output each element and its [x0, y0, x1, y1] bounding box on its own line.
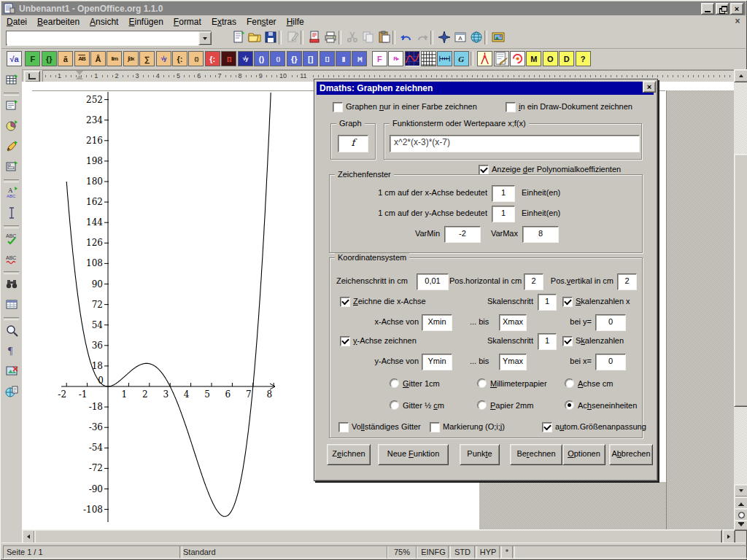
copy-button[interactable] — [360, 30, 376, 46]
pos-vertikal-field[interactable]: 2 — [617, 273, 637, 290]
dm-d-icon[interactable]: D — [559, 51, 574, 66]
dm-sum-icon[interactable]: ∑ — [139, 51, 155, 66]
zoom-button[interactable] — [3, 322, 20, 340]
hyperlink-button[interactable] — [468, 30, 484, 46]
data-sources-button[interactable] — [3, 297, 20, 314]
dm-compass-icon[interactable] — [477, 51, 492, 66]
checkbox-skalenzahlen-y[interactable] — [562, 336, 573, 346]
tab-type-button[interactable] — [24, 71, 40, 82]
zeichnen-button[interactable]: Zeichnen — [327, 444, 371, 465]
neue-funktion-button[interactable]: Neue Funktion — [378, 444, 449, 465]
save-button[interactable] — [263, 30, 279, 46]
redo-button[interactable] — [414, 30, 430, 46]
printer-button[interactable] — [322, 30, 338, 46]
close-button[interactable]: × — [730, 3, 743, 15]
dm-paren-icon[interactable]: () — [254, 51, 269, 66]
radio-achseneinheiten[interactable] — [565, 400, 574, 410]
edit-file-button[interactable] — [285, 30, 301, 46]
dm-vector-icon[interactable]: ā — [58, 51, 73, 66]
berechnen-button[interactable]: Berechnen — [510, 444, 562, 465]
dm-graph-icon[interactable] — [405, 51, 420, 66]
dm-dmaths-logo-icon[interactable] — [510, 51, 525, 66]
gallery-button[interactable] — [490, 30, 506, 46]
status-page-style[interactable]: Standard — [179, 545, 388, 559]
url-input[interactable] — [7, 31, 202, 44]
new-document-button[interactable] — [231, 30, 247, 46]
checkbox-draw-y-axis[interactable] — [340, 336, 350, 346]
bei-x-field[interactable]: 0 — [595, 354, 626, 370]
checkbox-skalenzahlen-x[interactable] — [562, 297, 573, 307]
dm-function-icon[interactable]: F — [25, 51, 40, 66]
graphics-onoff-button[interactable] — [3, 363, 20, 381]
spellcheck-button[interactable]: ABC — [3, 230, 20, 248]
dm-angle-icon[interactable]: Â — [90, 51, 106, 66]
status-selection-mode[interactable]: STD — [448, 545, 477, 559]
scroll-up-button[interactable] — [734, 69, 747, 82]
direct-cursor-button[interactable] — [3, 205, 20, 222]
dm-brace-blue-icon[interactable]: {} — [287, 51, 302, 66]
skalenschritt-x-field[interactable]: 1 — [538, 294, 557, 311]
radio-gitter-1cm[interactable] — [390, 378, 399, 388]
dm-segment-icon[interactable]: AB — [74, 51, 90, 66]
dm-bracket-wide-icon[interactable]: [ ] — [320, 51, 335, 66]
restore-button[interactable] — [716, 3, 729, 15]
find-replace-button[interactable] — [3, 276, 20, 294]
dm-g-icon[interactable]: G — [454, 51, 469, 66]
checkbox-markierung[interactable] — [430, 422, 440, 432]
x-scale-field[interactable]: 1 — [492, 185, 515, 202]
bei-y-field[interactable]: 0 — [595, 314, 626, 331]
open-button[interactable] — [247, 30, 263, 46]
radio-achse-cm[interactable] — [565, 378, 574, 388]
cut-button[interactable] — [344, 30, 360, 46]
dm-bracket-icon[interactable]: [] — [303, 51, 318, 66]
online-layout-button[interactable] — [3, 384, 20, 401]
radio-millimeterpapier[interactable] — [477, 378, 487, 388]
checkbox-polynomial-coefficients[interactable] — [479, 165, 489, 175]
menu-bearbeiten[interactable]: Bearbeiten — [32, 16, 85, 28]
radio-papier-2mm[interactable] — [477, 400, 487, 410]
next-page-button[interactable] — [734, 520, 747, 531]
dialog-title-bar[interactable]: Dmaths: Graphen zeichnen — [317, 82, 654, 95]
horizontal-scrollbar[interactable] — [22, 529, 734, 542]
scroll-right-button[interactable] — [722, 529, 735, 544]
dm-abs-icon[interactable]: |x| — [352, 51, 367, 66]
varmax-field[interactable]: 8 — [522, 226, 559, 243]
dm-grid-icon[interactable] — [421, 51, 436, 66]
dm-sqrt-icon[interactable]: √a — [7, 51, 22, 66]
checkbox-one-color[interactable] — [333, 102, 343, 112]
checkbox-draw-x-axis[interactable] — [340, 297, 350, 307]
url-combobox[interactable] — [6, 31, 212, 46]
combo-dropdown-button[interactable] — [198, 31, 212, 45]
dm-limit-icon[interactable]: lim — [107, 51, 122, 66]
status-zoom[interactable]: 75% — [387, 545, 417, 559]
y-achse-von-field[interactable]: Ymin — [422, 354, 452, 370]
menu-fenster[interactable]: Fenster — [241, 16, 282, 28]
dm-norm-icon[interactable]: ||| — [336, 51, 351, 66]
pos-horizontal-field[interactable]: 2 — [524, 273, 543, 290]
dm-system-icon[interactable]: {: — [172, 51, 187, 66]
document-close-icon[interactable]: × — [732, 16, 743, 26]
dm-edit-doc-icon[interactable] — [494, 51, 509, 66]
dm-system-red-icon[interactable]: {: — [205, 51, 220, 66]
checkbox-autogroesse[interactable] — [542, 422, 552, 432]
radio-gitter-halb-cm[interactable] — [390, 400, 399, 410]
varmin-field[interactable]: -2 — [444, 226, 481, 243]
zeichenschritt-field[interactable]: 0,01 — [417, 273, 449, 290]
form-functions-button[interactable] — [3, 159, 20, 176]
insert-frame-button[interactable] — [3, 98, 20, 115]
print-file-button[interactable] — [306, 30, 322, 46]
nonprinting-characters-button[interactable]: ¶ — [3, 343, 20, 360]
status-hyperlink-mode[interactable]: HYP — [474, 545, 502, 559]
dm-braces-icon[interactable]: {} — [42, 51, 57, 66]
horizontal-scroll-thumb[interactable] — [34, 529, 722, 544]
abbrechen-button[interactable]: Abbrechen — [609, 444, 653, 465]
stylist-button[interactable]: A — [452, 30, 468, 46]
paste-button[interactable] — [376, 30, 392, 46]
menu-hilfe[interactable]: Hilfe — [282, 16, 309, 28]
navigator-button[interactable] — [436, 30, 452, 46]
menu-extras[interactable]: Extras — [206, 16, 241, 28]
function-term-input[interactable]: x^2*(x-3)*(x-7) — [390, 135, 640, 152]
dm-root-icon[interactable]: √y — [156, 51, 171, 66]
vertical-scroll-thumb[interactable] — [734, 154, 747, 407]
dm-integral-icon[interactable]: ∫dx — [123, 51, 139, 66]
